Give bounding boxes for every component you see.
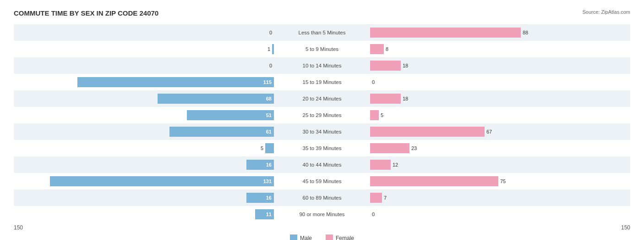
bar-row: 0Less than 5 Minutes88 xyxy=(14,24,630,41)
female-bar xyxy=(370,94,401,104)
male-value: 61 xyxy=(266,129,274,134)
row-label: 25 to 29 Minutes xyxy=(274,112,370,118)
female-bar xyxy=(370,127,485,137)
female-value: 0 xyxy=(372,212,375,217)
row-label: 30 to 34 Minutes xyxy=(274,129,370,134)
male-value: 5 xyxy=(261,145,263,151)
male-bar: 16 xyxy=(246,160,274,170)
male-value: 51 xyxy=(266,112,274,118)
male-value: 1 xyxy=(267,46,270,52)
legend: Male Female xyxy=(14,234,630,240)
bar-row: 6820 to 24 Minutes18 xyxy=(14,90,630,107)
male-bar: 11 xyxy=(255,209,274,219)
male-bar xyxy=(272,44,274,54)
bar-row: 5125 to 29 Minutes5 xyxy=(14,107,630,123)
chart-header: COMMUTE TIME BY SEX IN ZIP CODE 24070 So… xyxy=(14,9,630,17)
axis-row: 150 150 xyxy=(14,224,630,231)
male-value: 11 xyxy=(266,212,274,217)
male-value: 68 xyxy=(266,96,274,101)
female-value: 18 xyxy=(403,96,408,101)
bar-row: 13145 to 59 Minutes75 xyxy=(14,173,630,190)
male-bar: 131 xyxy=(50,176,274,186)
female-value: 23 xyxy=(411,145,417,151)
female-value: 8 xyxy=(386,46,388,52)
row-label: 90 or more Minutes xyxy=(274,212,370,217)
row-label: 10 to 14 Minutes xyxy=(274,63,370,68)
male-bar: 51 xyxy=(187,110,274,120)
row-label: 5 to 9 Minutes xyxy=(274,46,370,52)
female-value: 7 xyxy=(384,195,387,201)
female-bar xyxy=(370,44,384,54)
female-bar xyxy=(370,193,382,203)
bar-row: 010 to 14 Minutes18 xyxy=(14,57,630,74)
male-value: 16 xyxy=(266,195,274,201)
chart-container: COMMUTE TIME BY SEX IN ZIP CODE 24070 So… xyxy=(0,0,644,240)
bar-row: 6130 to 34 Minutes67 xyxy=(14,123,630,140)
female-value: 18 xyxy=(403,63,408,68)
female-value: 88 xyxy=(523,30,528,35)
legend-female: Female xyxy=(326,234,354,240)
legend-male: Male xyxy=(290,234,312,240)
male-bar xyxy=(265,143,274,153)
female-value: 5 xyxy=(381,112,383,118)
male-bar: 16 xyxy=(246,193,274,203)
female-value: 67 xyxy=(486,129,492,134)
legend-male-box xyxy=(290,234,297,240)
chart-title: COMMUTE TIME BY SEX IN ZIP CODE 24070 xyxy=(14,9,158,17)
row-label: 60 to 89 Minutes xyxy=(274,195,370,201)
male-value: 0 xyxy=(269,30,272,35)
female-bar xyxy=(370,176,498,186)
female-value: 0 xyxy=(372,79,375,85)
row-label: 40 to 44 Minutes xyxy=(274,162,370,167)
male-value: 16 xyxy=(266,162,274,167)
female-bar xyxy=(370,110,379,120)
male-bar: 115 xyxy=(77,77,274,87)
legend-female-label: Female xyxy=(336,235,354,240)
row-label: 45 to 59 Minutes xyxy=(274,179,370,184)
legend-female-box xyxy=(326,234,333,240)
bar-row: 1660 to 89 Minutes7 xyxy=(14,190,630,206)
chart-source: Source: ZipAtlas.com xyxy=(582,9,630,15)
axis-right-label: 150 xyxy=(621,224,630,231)
bar-row: 1190 or more Minutes0 xyxy=(14,206,630,223)
male-value: 131 xyxy=(263,179,274,184)
row-label: 20 to 24 Minutes xyxy=(274,96,370,101)
row-label: 15 to 19 Minutes xyxy=(274,79,370,85)
chart-area: 0Less than 5 Minutes8815 to 9 Minutes801… xyxy=(14,24,630,223)
legend-male-label: Male xyxy=(300,235,312,240)
bar-row: 1640 to 44 Minutes12 xyxy=(14,156,630,173)
female-value: 12 xyxy=(393,162,398,167)
male-bar: 68 xyxy=(158,94,274,104)
bar-row: 11515 to 19 Minutes0 xyxy=(14,74,630,90)
female-bar xyxy=(370,160,391,170)
male-value: 115 xyxy=(263,79,274,85)
row-label: 35 to 39 Minutes xyxy=(274,145,370,151)
female-bar xyxy=(370,28,521,38)
female-bar xyxy=(370,143,409,153)
row-label: Less than 5 Minutes xyxy=(274,30,370,35)
bar-row: 15 to 9 Minutes8 xyxy=(14,41,630,57)
female-bar xyxy=(370,61,401,71)
axis-left-label: 150 xyxy=(14,224,23,231)
male-value: 0 xyxy=(269,63,272,68)
male-bar: 61 xyxy=(169,127,274,137)
female-value: 75 xyxy=(500,179,506,184)
bar-row: 535 to 39 Minutes23 xyxy=(14,140,630,156)
